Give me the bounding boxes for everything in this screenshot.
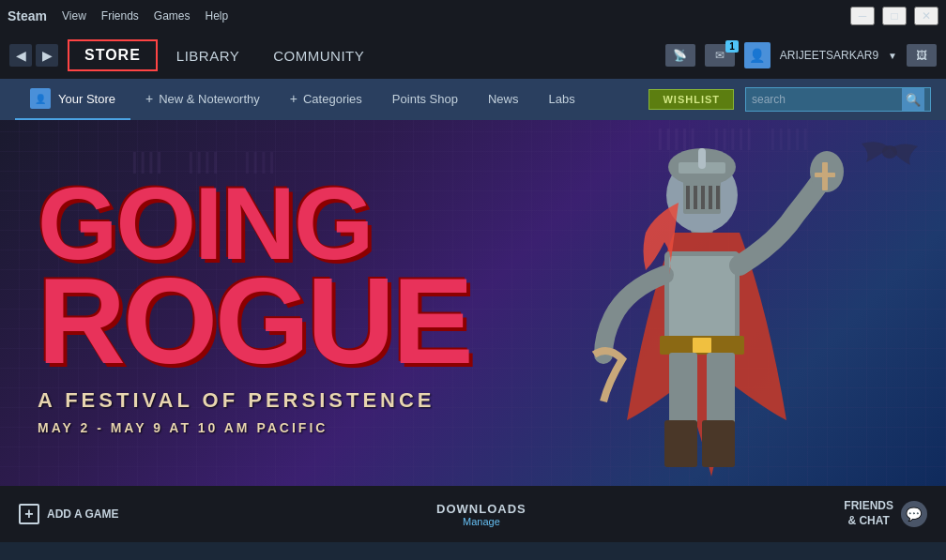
add-game-label: ADD A GAME xyxy=(47,507,118,521)
hero-subtitle: A FESTIVAL OF PERSISTENCE xyxy=(38,388,471,413)
news-label: News xyxy=(488,92,519,106)
store-nav: 👤 Your Store + New & Noteworthy + Catego… xyxy=(0,79,946,120)
labs-nav[interactable]: Labs xyxy=(533,79,589,120)
title-bar: Steam View Friends Games Help ─ □ ✕ xyxy=(0,0,946,32)
chat-icon[interactable]: 💬 xyxy=(901,501,927,527)
points-shop-nav[interactable]: Points Shop xyxy=(377,79,473,120)
footer-center: DOWNLOADS Manage xyxy=(436,502,526,527)
character-svg xyxy=(458,120,946,486)
your-store-item: 👤 Your Store xyxy=(30,88,115,109)
menu-friends[interactable]: Friends xyxy=(101,9,139,23)
nav-bar: ◀ ▶ STORE LIBRARY COMMUNITY 📡 ✉ 1 👤 ARIJ… xyxy=(0,32,946,79)
categories-nav[interactable]: + Categories xyxy=(275,79,377,120)
friends-chat-button[interactable]: FRIENDS& CHAT xyxy=(844,499,893,528)
community-nav[interactable]: COMMUNITY xyxy=(258,42,379,69)
svg-rect-8 xyxy=(702,420,735,467)
svg-rect-6 xyxy=(707,353,735,428)
manage-label[interactable]: Manage xyxy=(436,516,526,527)
svg-rect-2 xyxy=(669,256,735,341)
new-noteworthy-nav[interactable]: + New & Noteworthy xyxy=(130,79,275,120)
screenshot-button[interactable]: 🖼 xyxy=(907,44,937,67)
svg-rect-20 xyxy=(698,148,706,169)
wishlist-button[interactable]: WISHLIST xyxy=(648,89,734,110)
news-nav[interactable]: News xyxy=(473,79,534,120)
hero-banner[interactable]: |||| |||| |||| ||||| ||||| ||||| GOING R… xyxy=(0,120,946,486)
rogue-title: ROGUE xyxy=(38,269,471,373)
forward-button[interactable]: ▶ xyxy=(36,44,58,67)
your-store-nav[interactable]: 👤 Your Store xyxy=(15,79,130,120)
maximize-button[interactable]: □ xyxy=(882,7,907,25)
store-avatar: 👤 xyxy=(30,88,51,109)
search-button[interactable]: 🔍 xyxy=(902,88,924,111)
title-bar-left: Steam View Friends Games Help xyxy=(8,8,228,23)
back-button[interactable]: ◀ xyxy=(9,44,32,67)
title-bar-right: ─ □ ✕ xyxy=(850,7,938,25)
store-tab[interactable]: STORE xyxy=(68,39,158,71)
svg-rect-17 xyxy=(716,186,720,209)
new-noteworthy-label: New & Noteworthy xyxy=(159,92,260,106)
categories-plus-icon: + xyxy=(290,91,298,106)
plus-icon: + xyxy=(145,91,153,106)
dropdown-icon[interactable]: ▼ xyxy=(888,51,897,61)
notifications-area: ✉ 1 xyxy=(705,44,735,67)
minimize-button[interactable]: ─ xyxy=(850,7,875,25)
svg-rect-16 xyxy=(709,186,712,209)
menu-help[interactable]: Help xyxy=(206,9,229,23)
your-store-label: Your Store xyxy=(58,92,115,106)
footer: + ADD A GAME DOWNLOADS Manage FRIENDS& C… xyxy=(0,486,946,542)
hero-date: MAY 2 - MAY 9 AT 10 AM PACIFIC xyxy=(38,420,471,435)
svg-point-21 xyxy=(882,145,897,159)
notification-count: 1 xyxy=(725,40,739,53)
svg-rect-15 xyxy=(701,186,705,209)
svg-rect-7 xyxy=(664,420,697,467)
broadcast-button[interactable]: 📡 xyxy=(665,44,695,67)
hero-text: GOING ROGUE A FESTIVAL OF PERSISTENCE MA… xyxy=(38,176,471,435)
character-area xyxy=(458,120,946,486)
footer-right: FRIENDS& CHAT 💬 xyxy=(844,499,927,528)
points-shop-label: Points Shop xyxy=(392,92,458,106)
labs-label: Labs xyxy=(548,92,574,106)
library-nav[interactable]: LIBRARY xyxy=(161,42,254,69)
username-label[interactable]: ARIJEETSARKAR9 xyxy=(780,49,878,62)
steam-logo: Steam xyxy=(8,8,47,23)
menu-view[interactable]: View xyxy=(62,9,86,23)
categories-label: Categories xyxy=(303,92,362,106)
close-button[interactable]: ✕ xyxy=(914,7,938,25)
menu-games[interactable]: Games xyxy=(154,9,191,23)
svg-rect-4 xyxy=(693,338,711,353)
user-area: 📡 ✉ 1 👤 ARIJEETSARKAR9 ▼ 🖼 xyxy=(665,42,937,68)
svg-rect-5 xyxy=(669,353,697,428)
search-input[interactable] xyxy=(752,93,902,106)
downloads-label[interactable]: DOWNLOADS xyxy=(436,502,526,516)
add-game-button[interactable]: + ADD A GAME xyxy=(19,504,118,524)
svg-rect-13 xyxy=(686,186,690,209)
avatar[interactable]: 👤 xyxy=(744,42,771,68)
svg-rect-23 xyxy=(815,173,835,177)
add-game-icon: + xyxy=(19,504,39,524)
search-box: 🔍 xyxy=(745,87,931,112)
svg-rect-14 xyxy=(694,186,697,209)
